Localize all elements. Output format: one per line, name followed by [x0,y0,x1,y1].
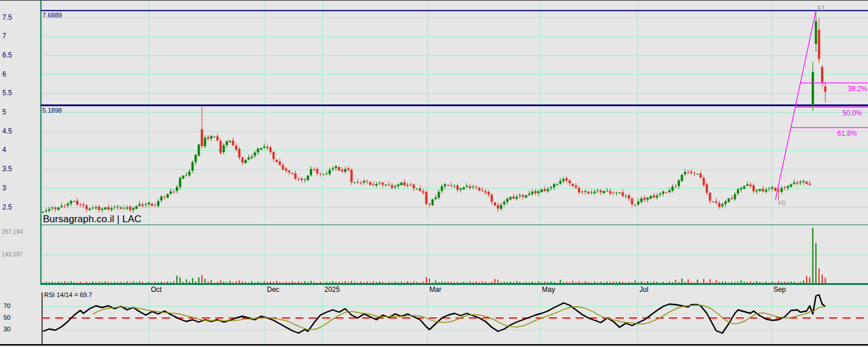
candle-body [793,182,795,184]
volume-bar [223,282,225,283]
candle-body [353,182,356,183]
candle-body [229,141,231,142]
volume-bar [647,281,648,283]
candle-body [328,170,331,174]
volume-bar [572,281,573,283]
volume-bar [120,282,121,283]
volume-bar [663,282,664,283]
volume-bar [245,282,246,283]
candle-body [85,205,88,209]
candle-body [755,190,758,191]
volume-bar [301,282,302,283]
volume-bar [603,283,605,283]
candle-body [95,207,97,208]
volume-bar [578,281,580,283]
volume-bar [251,281,252,283]
candle-body [428,204,431,204]
candle-body [279,161,281,165]
volume-bar [310,281,312,283]
candle-body [226,142,228,145]
candle-body [612,193,614,193]
volume-bar [342,282,343,283]
candle-body [484,191,487,193]
candle-body [407,185,409,186]
volume-bar [597,283,598,283]
volume-bar [454,283,455,283]
volume-bar [198,277,200,283]
candle-body [606,191,608,191]
candle-body [363,181,365,183]
volume-bar [176,276,178,283]
candle-body [366,181,368,182]
volume-bar [790,281,791,283]
candle-body [734,194,736,200]
volume-bar [812,227,813,283]
candle-body [587,191,589,193]
volume-bar [401,282,402,283]
volume-bar [516,281,518,283]
candle-body [201,129,203,146]
candle-body [82,204,85,205]
candle-body [266,147,269,148]
candle-body [441,186,443,191]
volume-bar [126,281,128,283]
volume-bar [438,282,439,283]
candle-body [703,178,705,185]
candle-body [397,185,399,186]
candle-body [562,179,565,182]
candle-body [254,153,256,156]
candle-body [176,187,178,191]
volume-bar [669,281,670,283]
volume-bar [95,282,96,283]
candle-body [263,146,265,147]
volume-bar [688,279,689,283]
candle-body [335,166,337,168]
candle-body [740,188,742,190]
chart-canvas[interactable] [0,0,868,347]
candle-body [531,192,533,194]
volume-bar [472,282,473,283]
volume-bar [86,281,87,283]
candle-body [60,206,63,207]
volume-bar [204,279,205,283]
candle-body [509,197,512,199]
volume-bar [722,281,723,283]
candle-body [341,170,343,171]
volume-bar [569,282,570,283]
candle-body [494,203,496,205]
candle-body [575,186,577,187]
volume-bar [179,277,180,283]
candle-body [64,206,66,207]
volume-bar [809,277,811,283]
volume-bar [276,281,277,283]
candle-body [182,176,185,179]
rsi-line [43,295,825,333]
candle-body [357,182,359,183]
volume-bar [270,281,271,283]
candle-body [338,167,340,171]
candle-body [728,198,730,202]
candle-body [506,198,508,201]
candle-body [54,208,56,209]
candle-body [537,191,540,193]
volume-bar [794,282,795,283]
volume-bar [151,283,153,283]
volume-bar [606,281,607,283]
volume-bar [622,282,623,283]
candle-body [784,187,786,188]
volume-bar [360,281,361,283]
candle-body [696,174,699,175]
volume-bar [238,280,240,283]
volume-bar [338,281,339,283]
candle-body [774,188,776,191]
volume-bar [554,282,555,283]
volume-bar [385,283,386,283]
volume-bar [217,282,218,283]
candle-body [491,195,493,202]
candle-body [460,189,462,190]
candle-body [746,184,748,186]
candle-body [188,171,190,175]
candle-body [690,172,692,173]
candle-body [762,189,764,191]
candle-body [478,187,480,190]
